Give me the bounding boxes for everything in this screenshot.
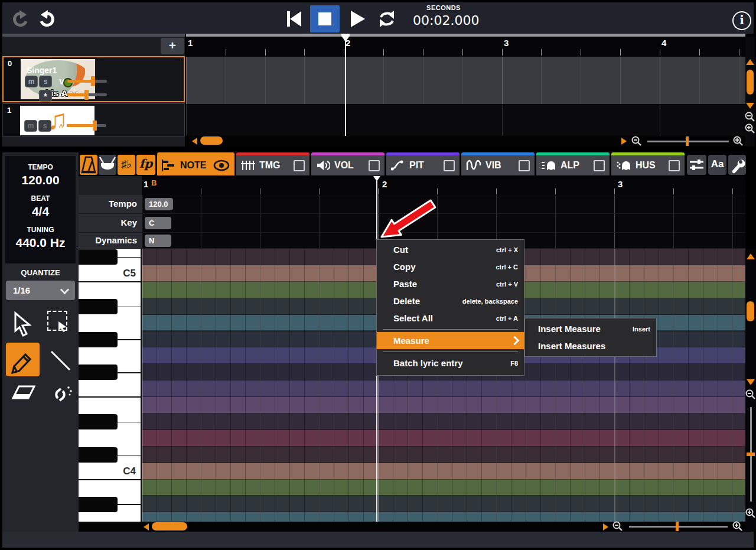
pencil-tool[interactable] <box>6 343 40 376</box>
hscroll-thumb[interactable] <box>152 522 187 531</box>
tab-vol[interactable]: VOL <box>311 152 384 175</box>
rewind-start-button[interactable] <box>284 9 304 29</box>
arrange-hscrollbar[interactable] <box>186 136 745 147</box>
marquee-select-tool[interactable] <box>47 311 73 337</box>
arrange-lane-audio1[interactable] <box>186 105 745 136</box>
volume-slider[interactable] <box>67 124 106 127</box>
undo-icon[interactable] <box>9 9 30 29</box>
scroll-left-arrow[interactable] <box>192 138 197 145</box>
zoom-out-icon[interactable] <box>612 520 624 532</box>
alp-checkbox[interactable] <box>594 160 605 171</box>
track-row-audio1[interactable]: 1 ♫ Audio1 m s V <box>2 103 185 136</box>
menu-item-select-all[interactable]: Select Allctrl + A <box>377 310 524 327</box>
unlink-tool[interactable] <box>47 382 73 408</box>
pitch-row-B3[interactable] <box>142 480 745 496</box>
zoom-out-icon[interactable] <box>745 389 756 401</box>
pitch-row-E4[interactable] <box>142 397 745 414</box>
arrange-playhead[interactable] <box>345 37 346 136</box>
scroll-left-arrow[interactable] <box>144 523 149 531</box>
beat-value[interactable]: 4/4 <box>5 204 76 219</box>
stop-button[interactable] <box>310 5 340 32</box>
play-button[interactable] <box>347 9 367 29</box>
scroll-right-arrow[interactable] <box>621 138 627 145</box>
scroll-down-arrow[interactable] <box>747 379 755 385</box>
volume-handle[interactable] <box>91 76 95 86</box>
vscroll-thumb[interactable] <box>747 70 754 95</box>
tempo-row[interactable]: Tempo 120.0 <box>79 195 745 214</box>
hzoom-handle[interactable] <box>686 136 689 146</box>
dynamics-badge[interactable]: N <box>145 235 171 247</box>
editor-hscrollbar[interactable] <box>79 522 745 532</box>
settings-wrench-button[interactable] <box>728 155 746 175</box>
menu-item-paste[interactable]: Pastectrl + V <box>377 275 524 292</box>
scroll-up-arrow[interactable] <box>747 253 755 259</box>
track-row-singer1[interactable]: 0 Chis-A Singer1 m s V * P <box>2 56 185 102</box>
scroll-right-arrow[interactable] <box>603 523 608 531</box>
vol-checkbox[interactable] <box>369 160 380 171</box>
piano-key-Cs4[interactable] <box>79 447 118 463</box>
pitch-row-As3[interactable] <box>142 496 745 513</box>
arrange-timeline[interactable]: 1 2 3 4 <box>186 37 745 147</box>
tab-hus[interactable]: HUS <box>611 152 685 175</box>
mixer-button[interactable] <box>687 155 706 175</box>
mute-button[interactable]: m <box>25 76 38 87</box>
vscroll-thumb[interactable] <box>747 301 754 321</box>
menu-item-measure[interactable]: Measure <box>377 332 524 349</box>
pan-handle[interactable] <box>84 90 89 100</box>
tempo-row-grid[interactable] <box>142 195 745 214</box>
pitch-shift-button[interactable]: * <box>39 90 52 102</box>
info-button[interactable]: i <box>732 11 751 30</box>
eraser-tool[interactable] <box>11 383 37 409</box>
metronome-button[interactable] <box>80 155 97 175</box>
key-row-grid[interactable] <box>142 214 745 233</box>
tab-tmg[interactable]: TMG <box>236 152 309 175</box>
volume-slider[interactable] <box>67 80 107 83</box>
tmg-checkbox[interactable] <box>294 160 305 171</box>
pitch-row-Cs4[interactable] <box>142 447 745 463</box>
pitch-row-D4[interactable] <box>142 430 745 447</box>
tab-vib[interactable]: VIB <box>461 152 535 175</box>
hzoom-handle[interactable] <box>676 522 679 531</box>
piano-key-Ds4[interactable] <box>79 414 118 429</box>
arrange-lane-singer1[interactable] <box>186 57 745 104</box>
key-badge[interactable]: C <box>145 217 171 229</box>
accidental-button[interactable]: ♯♭ <box>118 155 135 175</box>
menu-item-copy[interactable]: Copyctrl + C <box>377 258 524 275</box>
tuning-value[interactable]: 440.0 Hz <box>5 236 76 250</box>
solo-button[interactable]: s <box>39 76 52 87</box>
pit-checkbox[interactable] <box>444 160 455 171</box>
volume-handle[interactable] <box>93 121 97 131</box>
tab-pit[interactable]: PIT <box>386 152 460 175</box>
cursor-tool[interactable] <box>11 311 37 337</box>
mute-button[interactable]: m <box>24 120 37 132</box>
font-button[interactable]: Aa <box>708 155 726 175</box>
menu-item-cut[interactable]: Cutctrl + X <box>377 241 524 258</box>
piano-key-Fs4[interactable] <box>79 365 118 380</box>
tab-alp[interactable]: ALP <box>536 152 610 175</box>
pitch-row-F4[interactable] <box>142 380 745 397</box>
drum-button[interactable] <box>99 155 116 175</box>
menu-item-insert-measures[interactable]: Insert Measures <box>525 337 656 354</box>
menu-item-insert-measure[interactable]: Insert MeasureInsert <box>525 320 656 337</box>
solo-button[interactable]: s <box>38 120 51 132</box>
vzoom-handle[interactable] <box>747 453 755 456</box>
redo-icon[interactable] <box>38 9 58 29</box>
piano-keys[interactable]: C5C4 <box>79 249 142 522</box>
piano-key-As4[interactable] <box>79 299 118 314</box>
dynamics-button[interactable]: fp <box>136 155 155 175</box>
pitch-row-A3[interactable] <box>142 512 745 522</box>
add-track-button[interactable]: + <box>161 38 184 54</box>
line-tool[interactable] <box>48 349 74 375</box>
key-row[interactable]: Key C <box>79 214 745 233</box>
scroll-down-arrow[interactable] <box>746 103 754 109</box>
scroll-up-arrow[interactable] <box>746 59 754 65</box>
menu-item-batch-lyric-entry[interactable]: Batch lyric entryF8 <box>377 354 524 372</box>
pitch-row-C4[interactable] <box>142 463 745 480</box>
piano-key-As3[interactable] <box>79 497 118 512</box>
hus-checkbox[interactable] <box>669 160 680 171</box>
editor-ruler[interactable]: 1 B 2 3 <box>79 176 745 195</box>
zoom-in-icon[interactable] <box>744 123 756 135</box>
tempo-value[interactable]: 120.00 <box>5 173 76 187</box>
piano-key-Cs5[interactable] <box>79 249 118 265</box>
pitch-row-Ds4[interactable] <box>142 414 745 430</box>
